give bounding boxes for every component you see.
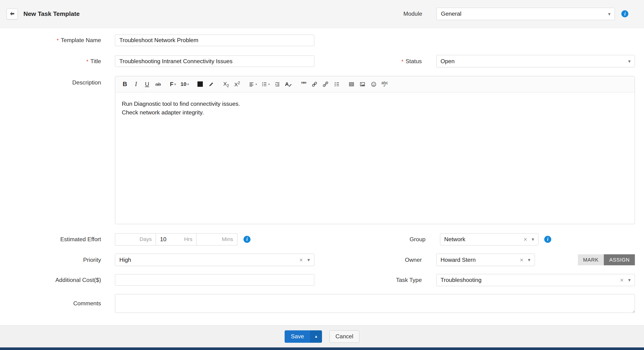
chevron-down-icon: ▾ <box>528 257 530 262</box>
comments-textarea[interactable] <box>115 294 635 313</box>
font-color-swatch-icon <box>198 81 203 87</box>
highlight-button[interactable] <box>206 79 216 90</box>
priority-label: Priority <box>0 257 115 263</box>
chevron-down-icon: ▾ <box>608 12 610 16</box>
bullet-list-button[interactable]: ▾ <box>260 79 272 90</box>
new-task-template-page: New Task Template Module General ▾ i *Te… <box>0 0 644 350</box>
insert-link-button[interactable] <box>310 79 320 90</box>
chevron-down-icon: ▾ <box>174 82 176 86</box>
group-value: Network <box>444 236 521 243</box>
indent-icon <box>274 81 280 87</box>
align-button[interactable]: ▾ <box>247 79 259 90</box>
group-dropdown[interactable]: Network × ▾ <box>440 233 538 246</box>
effort-minutes-input[interactable]: Mins <box>196 233 238 246</box>
template-name-input[interactable] <box>115 35 314 46</box>
insert-table-button[interactable] <box>346 79 356 90</box>
cancel-button[interactable]: Cancel <box>330 330 360 343</box>
effort-minutes-unit: Mins <box>222 236 233 242</box>
bold-icon: B <box>123 80 127 88</box>
description-line: Run Diagnostic tool to find connectivity… <box>122 100 628 108</box>
status-dropdown[interactable]: Open ▾ <box>436 55 635 67</box>
required-marker: * <box>56 37 59 43</box>
clear-icon[interactable]: × <box>618 277 628 283</box>
chevron-down-icon: ▾ <box>307 257 310 262</box>
editor-toolbar: B I U ab F▾ 10▾ X2 X2 <box>115 76 635 92</box>
bottom-strip <box>0 347 644 350</box>
font-family-button[interactable]: F▾ <box>168 79 178 90</box>
mark-button[interactable]: MARK <box>578 254 604 265</box>
smiley-icon <box>370 81 377 87</box>
title-label-text: Title <box>90 58 101 64</box>
underline-button[interactable]: U <box>142 79 152 90</box>
priority-owner-row: Priority High × ▾ Owner Howard Stern × ▾… <box>0 254 635 266</box>
required-marker: * <box>86 58 88 64</box>
checklist-button[interactable] <box>332 79 342 90</box>
chevron-down-icon: ▾ <box>268 82 270 86</box>
template-name-label-text: Template Name <box>61 37 101 43</box>
back-arrow-icon <box>9 11 15 17</box>
description-content[interactable]: Run Diagnostic tool to find connectivity… <box>115 92 635 224</box>
unlink-icon <box>322 81 329 88</box>
assign-button[interactable]: ASSIGN <box>604 254 635 265</box>
description-line: Check network adapter integrity. <box>122 108 628 117</box>
additional-cost-input[interactable] <box>115 274 314 286</box>
module-value: General <box>441 11 608 17</box>
effort-days-input[interactable]: Days <box>115 233 156 246</box>
effort-hours-value: 10 <box>160 236 166 243</box>
indent-button[interactable] <box>272 79 282 90</box>
status-value: Open <box>440 58 628 65</box>
subscript-button[interactable]: X2 <box>221 79 231 90</box>
spellcheck-button[interactable]: abc✓ <box>380 79 390 90</box>
template-name-label: *Template Name <box>0 37 115 44</box>
font-color-button[interactable] <box>195 79 206 90</box>
cost-tasktype-row: Additional Cost($) Task Type Troubleshoo… <box>0 274 635 286</box>
back-button[interactable] <box>6 9 18 20</box>
clear-icon[interactable]: × <box>521 236 532 242</box>
owner-dropdown[interactable]: Howard Stern × ▾ <box>436 254 535 266</box>
save-dropdown-toggle[interactable]: ▲ <box>310 330 322 343</box>
emoji-button[interactable] <box>368 79 379 90</box>
group-label: Group <box>250 236 440 243</box>
required-marker: * <box>402 58 404 64</box>
chevron-down-icon: ▾ <box>532 237 534 242</box>
save-button[interactable]: Save <box>284 330 310 343</box>
chevron-up-icon: ▲ <box>314 334 318 338</box>
form-area: *Template Name *Title *Status Open ▾ Des… <box>0 28 644 325</box>
effort-hours-input[interactable]: 10 Hrs <box>156 233 197 246</box>
bold-button[interactable]: B <box>120 79 130 90</box>
blockquote-button[interactable]: ”” <box>298 79 308 90</box>
align-left-icon <box>248 81 254 87</box>
owner-value: Howard Stern <box>440 257 517 263</box>
subscript-icon: X2 <box>223 81 229 88</box>
clear-icon[interactable]: × <box>297 257 307 263</box>
quote-icon: ”” <box>301 80 306 88</box>
small-pen-icon <box>288 84 292 87</box>
superscript-button[interactable]: X2 <box>232 79 242 90</box>
save-split-button: Save ▲ <box>284 330 322 343</box>
insert-image-button[interactable] <box>357 79 368 90</box>
effort-days-unit: Days <box>140 236 152 242</box>
task-type-dropdown[interactable]: Troubleshooting × ▾ <box>436 274 635 286</box>
italic-button[interactable]: I <box>131 79 141 90</box>
remove-link-button[interactable] <box>320 79 331 90</box>
owner-label: Owner <box>314 257 436 263</box>
strikethrough-icon: ab <box>156 81 161 87</box>
font-size-button[interactable]: 10▾ <box>179 79 190 90</box>
priority-dropdown[interactable]: High × ▾ <box>115 254 314 266</box>
title-input[interactable] <box>115 55 314 67</box>
effort-hours-unit: Hrs <box>184 236 192 242</box>
module-info-icon[interactable]: i <box>621 10 628 17</box>
status-label: *Status <box>314 58 436 65</box>
comments-label: Comments <box>0 300 115 307</box>
bullet-list-icon <box>261 81 267 87</box>
clear-icon[interactable]: × <box>517 257 528 263</box>
group-info-icon[interactable]: i <box>544 236 551 243</box>
effort-info-icon[interactable]: i <box>244 236 250 243</box>
strikethrough-button[interactable]: ab <box>153 79 163 90</box>
module-dropdown[interactable]: General ▾ <box>436 8 615 20</box>
image-icon <box>360 81 366 87</box>
underline-icon: U <box>145 81 149 88</box>
remove-format-button[interactable]: A <box>284 79 294 90</box>
priority-value: High <box>120 257 297 263</box>
link-icon <box>311 81 318 88</box>
